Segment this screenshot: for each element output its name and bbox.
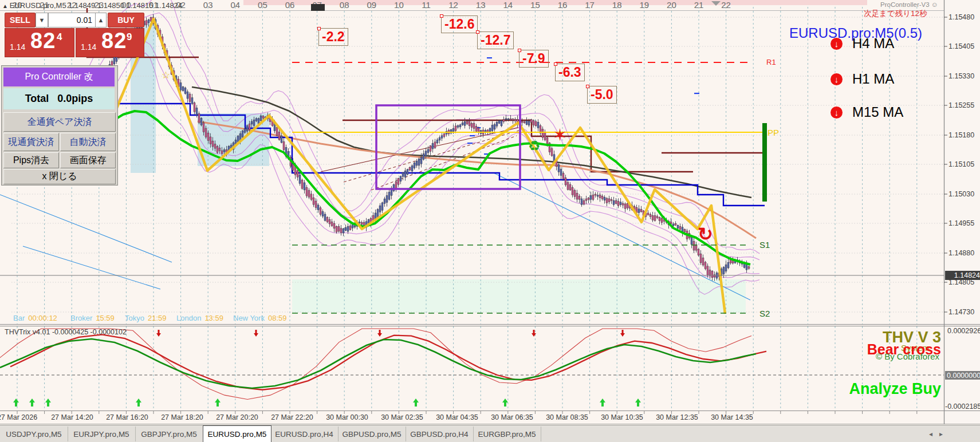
session-name: Bar — [13, 314, 25, 322]
bid-price-panel[interactable]: 1.14 82 4 — [5, 28, 74, 57]
svg-text:21: 21 — [694, 0, 704, 10]
trade-result-label[interactable]: -6.3 — [555, 64, 585, 81]
pro-controller-panel: Pro Controller 改 Total 0.0pips 全通貨ペア決済 現… — [1, 65, 118, 186]
red-star-marker-icon: ✶ — [553, 125, 567, 144]
svg-text:03: 03 — [203, 0, 213, 10]
pro-controller-title[interactable]: Pro Controller 改 — [3, 68, 115, 86]
ask-price-panel[interactable]: 1.14 82 9 — [76, 28, 144, 57]
trade-result-label[interactable]: -12.7 — [477, 31, 514, 49]
smiley-icon: ☺ — [931, 1, 938, 8]
time-axis-label: 27 Mar 22:20 — [271, 413, 313, 421]
session-time: 13:59 — [204, 314, 223, 322]
close-panel-button[interactable]: x 閉じる — [3, 169, 116, 184]
ma-row-h1-ma: ↓H1 MA — [831, 71, 894, 87]
trade-result-label[interactable]: -5.0 — [587, 86, 617, 104]
next-candle-countdown: 次足まで残り12秒 — [864, 9, 927, 19]
trade-result-label[interactable]: -2.2 — [318, 28, 348, 46]
buy-button[interactable]: BUY — [108, 13, 144, 27]
tab-eurgbp-pro-m5[interactable]: EURGBP.pro,M5 — [473, 427, 541, 441]
time-axis-label: 30 Mar 06:35 — [491, 413, 533, 421]
procontroller-version-label: ProController-V3 ☺ — [880, 1, 938, 8]
svg-text:11: 11 — [422, 0, 431, 10]
ma-label: H1 MA — [852, 71, 894, 87]
tab-usdjpy-pro-m5[interactable]: USDJPY.pro,M5 — [0, 427, 68, 441]
tab-eurusd-pro-m5[interactable]: EURUSD.pro,M5 — [203, 425, 271, 442]
time-axis-label: 27 Mar 16:20 — [106, 413, 148, 421]
tab-eurjpy-pro-m5[interactable]: EURJPY.pro,M5 — [68, 427, 136, 441]
svg-text:16: 16 — [558, 0, 568, 10]
indicator-axis-top: 0.0002926 — [947, 327, 980, 335]
session-time: 15:59 — [96, 314, 115, 322]
time-axis-label: 30 Mar 04:35 — [436, 413, 478, 421]
svg-text:15: 15 — [530, 0, 540, 10]
price-axis-label: 1.14955 — [948, 219, 974, 227]
price-axis-label: 1.15105 — [948, 160, 974, 168]
price-axis-label: 1.15030 — [948, 190, 974, 198]
red-down-arrow-icon: ↓ — [831, 73, 843, 85]
tab-gbpusd-pro-m5[interactable]: GBPUSD.pro,M5 — [338, 427, 406, 441]
star-icon: ☆ — [162, 70, 170, 81]
lot-size-input[interactable] — [48, 13, 96, 27]
svg-text:10: 10 — [394, 0, 404, 10]
svg-text:04: 04 — [230, 0, 240, 10]
indicator-title: THVTrix v4.01 -0.0000425 -0.0000102 — [5, 328, 127, 336]
session-time: 00:00:12 — [28, 314, 57, 322]
chart-title-ohlc: ▲ EURUSD.pro,M5 1.14849 1.14850 1.14815 … — [2, 1, 182, 10]
chevron-up-icon: ▲ — [98, 17, 104, 23]
price-axis-label: 1.15330 — [948, 72, 974, 80]
tab-scroll-right[interactable]: ▸ — [939, 430, 943, 438]
svg-text:08: 08 — [340, 0, 349, 10]
tab-gbpjpy-pro-m5[interactable]: GBPJPY.pro,M5 — [135, 427, 203, 441]
pivot-r1-label: R1 — [766, 58, 776, 66]
screenshot-button[interactable]: 画面保存 — [60, 152, 116, 168]
red-rotate-marker-icon: ↻ — [698, 224, 713, 244]
time-axis-label: 27 Mar 18:20 — [161, 413, 203, 421]
ma-row-h4-ma: ↓H4 MA — [831, 35, 894, 52]
indicator-zero-tag: 0.0000000 — [945, 371, 980, 380]
lot-dropdown-button[interactable]: ▼ — [36, 13, 48, 27]
bid-price-small: 1.14 — [10, 42, 25, 52]
session-name: London — [176, 314, 201, 322]
lot-increase-button[interactable]: ▲ — [95, 13, 107, 27]
svg-text:17: 17 — [585, 0, 595, 10]
tab-scroll-left[interactable]: ◂ — [929, 430, 932, 438]
time-axis-label: 30 Mar 00:30 — [326, 413, 368, 421]
tab-eurusd-pro-h4[interactable]: EURUSD.pro,H4 — [270, 427, 339, 441]
mt4-window: 2021222300010203040506070809101112131415… — [0, 0, 980, 442]
support-zone — [292, 279, 746, 313]
price-axis-label: 1.15480 — [948, 13, 974, 21]
time-axis-label: 30 Mar 08:35 — [546, 413, 588, 421]
close-all-pairs-button[interactable]: 全通貨ペア決済 — [3, 112, 116, 132]
svg-text:05: 05 — [258, 0, 267, 10]
session-time: 21:59 — [148, 314, 167, 322]
cobraforex-copyright: © By Cobraforex — [826, 352, 939, 361]
ask-price-sup: 9 — [127, 31, 132, 43]
ask-price-big: 82 — [101, 29, 127, 53]
pips-mark — [470, 135, 475, 136]
one-click-trade-panel: SELL ▼ ▲ BUY 1.14 82 4 1.14 82 9 — [3, 12, 145, 57]
sell-button[interactable]: SELL — [5, 13, 36, 27]
pips-mark — [467, 143, 473, 144]
time-axis-label: 30 Mar 14:35 — [711, 413, 753, 421]
trade-result-label[interactable]: -12.6 — [441, 15, 478, 33]
price-axis-label: 1.15255 — [948, 101, 974, 109]
close-current-pair-button[interactable]: 現通貨決済 — [3, 133, 59, 151]
black-marker-box — [311, 4, 325, 11]
price-axis-label: 1.14730 — [948, 308, 974, 316]
collapse-triangle-icon[interactable]: ▲ — [2, 3, 10, 9]
svg-text:06: 06 — [285, 0, 295, 10]
ma-label: M15 MA — [852, 104, 903, 120]
time-axis-label: 27 Mar 20:20 — [216, 413, 258, 421]
bid-price-big: 82 — [30, 29, 56, 53]
session-tokyo: Tokyo21:59 — [125, 314, 167, 322]
current-price-tag: 1.14824 — [945, 271, 980, 280]
tab-gbpusd-pro-h4[interactable]: GBPUSD.pro,H4 — [406, 427, 474, 441]
pips-clear-button[interactable]: Pips消去 — [3, 152, 59, 168]
auto-close-button[interactable]: 自動決済 — [60, 133, 116, 151]
chart-canvas[interactable]: 2021222300010203040506070809101112131415… — [0, 0, 980, 442]
session-name: New York — [233, 314, 265, 322]
svg-text:19: 19 — [639, 0, 649, 10]
trade-result-label[interactable]: -7.9 — [519, 50, 549, 68]
chart-tab-bar: USDJPY.pro,M5EURJPY.pro,M5GBPJPY.pro,M5E… — [0, 425, 980, 442]
svg-text:22: 22 — [721, 0, 731, 10]
